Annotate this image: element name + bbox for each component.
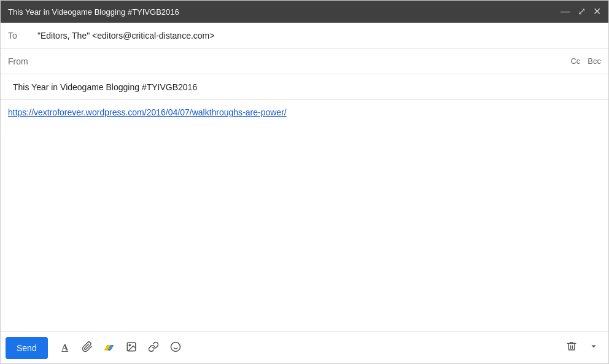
body-area[interactable]: https://vextroforever.wordpress.com/2016…: [1, 100, 608, 331]
title-bar: This Year in Videogame Blogging #TYIVGB2…: [1, 1, 608, 23]
formatting-icon: A: [61, 343, 68, 353]
svg-point-5: [171, 342, 180, 351]
compose-window: This Year in Videogame Blogging #TYIVGB2…: [0, 0, 609, 364]
window-title: This Year in Videogame Blogging #TYIVGB2…: [8, 7, 179, 17]
emoji-icon: [170, 341, 181, 355]
maximize-button[interactable]: ⤢: [578, 7, 586, 17]
subject-row: [1, 74, 608, 100]
formatting-button[interactable]: A: [55, 338, 75, 358]
subject-input[interactable]: [8, 74, 601, 99]
link-suffix: -are-power/: [242, 107, 287, 117]
field-actions: Cc Bcc: [570, 56, 601, 66]
drive-button[interactable]: [99, 338, 119, 358]
toolbar: Send A: [1, 331, 608, 363]
more-icon: [588, 341, 599, 355]
photo-button[interactable]: [122, 338, 141, 358]
to-label: To: [8, 31, 33, 41]
link-button[interactable]: [144, 338, 163, 358]
title-bar-controls: — ⤢ ✕: [561, 7, 601, 17]
link-domain: vextroforever.wordpress.com: [34, 107, 144, 117]
emoji-button[interactable]: [166, 338, 185, 358]
link-prefix: https://: [8, 107, 34, 117]
send-button[interactable]: Send: [6, 337, 48, 359]
link-anchor: walkthroughs: [192, 107, 243, 117]
link-icon: [148, 341, 159, 355]
attach-icon: [82, 341, 93, 355]
bcc-button[interactable]: Bcc: [588, 56, 601, 66]
to-row: To "Editors, The" <editors@critical-dist…: [1, 23, 608, 48]
from-label: From: [8, 56, 33, 66]
delete-button[interactable]: [562, 338, 581, 358]
header-fields: To "Editors, The" <editors@critical-dist…: [1, 23, 608, 100]
close-button[interactable]: ✕: [593, 7, 601, 17]
photo-icon: [126, 341, 137, 355]
toolbar-right: [562, 338, 603, 358]
drive-icon: [104, 341, 115, 355]
svg-point-4: [129, 344, 130, 346]
cc-button[interactable]: Cc: [570, 56, 580, 66]
body-link[interactable]: https://vextroforever.wordpress.com/2016…: [8, 107, 287, 117]
to-value[interactable]: "Editors, The" <editors@critical-distanc…: [33, 31, 601, 41]
minimize-button[interactable]: —: [561, 7, 570, 17]
more-options-button[interactable]: [584, 338, 603, 358]
trash-icon: [566, 341, 577, 355]
from-row: From Cc Bcc: [1, 48, 608, 74]
link-path: /2016/04/07/: [144, 107, 192, 117]
attach-button[interactable]: [77, 338, 97, 358]
